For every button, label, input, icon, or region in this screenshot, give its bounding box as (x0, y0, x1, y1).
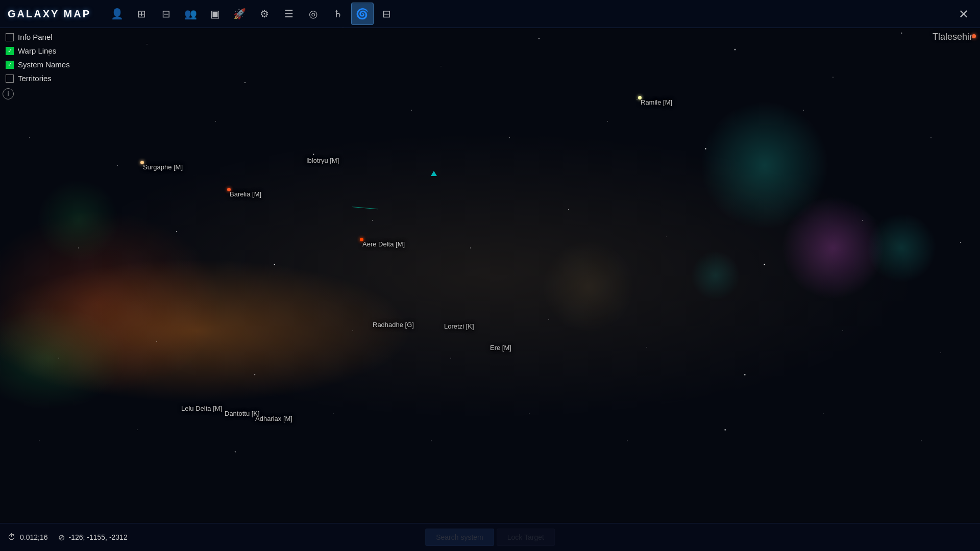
checkbox-territories[interactable] (6, 74, 14, 83)
time-icon: ⏱ (8, 533, 16, 542)
system-label-9: Dantottu [K] (225, 410, 260, 417)
nav-icon-window[interactable]: ▣ (204, 3, 227, 25)
warp-line (352, 207, 378, 209)
system-label-1: Iblotryu [M] (306, 157, 339, 164)
system-label-8: Lelu Delta [M] (181, 405, 222, 412)
speed-icon: ⊘ (58, 533, 65, 542)
system-dot-7 (638, 96, 642, 99)
system-label-4: Radhadhe [G] (373, 321, 414, 329)
nav-icon-network[interactable]: ⊟ (155, 3, 178, 25)
speed-display: ⊘ -126; -1155, -2312 (58, 533, 128, 542)
galaxy-map-canvas[interactable]: Surgaphe [M]Iblotryu [M]Barelia [M]Aere … (0, 28, 980, 523)
info-icon[interactable]: i (3, 88, 14, 99)
system-dot-3 (360, 238, 363, 241)
checkbox-warp-lines[interactable] (6, 47, 14, 55)
sidebar-label-warp-lines: Warp Lines (18, 46, 56, 55)
nav-icon-planet[interactable]: ♄ (327, 3, 349, 25)
system-label-10: Adhariax [M] (255, 415, 292, 422)
sidebar-checkbox-info-panel[interactable]: Info Panel (3, 31, 73, 43)
system-label-3: Aere Delta [M] (362, 240, 405, 248)
nav-icon-bars[interactable]: ⊟ (376, 3, 398, 25)
nav-icon-compass[interactable]: ◎ (302, 3, 325, 25)
sidebar-label-info-panel: Info Panel (18, 33, 53, 41)
coords-value: -126; -1155, -2312 (69, 533, 128, 541)
bottom-status-bar: ⏱ 0.012;16 ⊘ -126; -1155, -2312 (0, 523, 980, 551)
system-dot-0 (140, 161, 144, 164)
checkbox-system-names[interactable] (6, 61, 14, 69)
sidebar-checkbox-territories[interactable]: Territories (3, 72, 73, 85)
sidebar-checkbox-warp-lines[interactable]: Warp Lines (3, 44, 73, 57)
map-cursor-indicator (431, 171, 437, 176)
sidebar-label-system-names: System Names (18, 60, 70, 69)
system-label-2: Barelia [M] (230, 190, 261, 198)
nav-icon-group[interactable]: 👥 (180, 3, 202, 25)
system-label-7: Ramile [M] (641, 98, 672, 106)
nav-icon-bar: 👤⊞⊟👥▣🚀⚙☰◎♄🌀⊟ (106, 3, 398, 25)
app-title: GALAXY MAP (8, 8, 91, 20)
system-dot-2 (227, 188, 231, 191)
nav-icon-list[interactable]: ☰ (278, 3, 300, 25)
nav-icon-grid[interactable]: ⊞ (131, 3, 153, 25)
nav-icon-galaxy[interactable]: 🌀 (351, 3, 374, 25)
nav-icon-person[interactable]: 👤 (106, 3, 129, 25)
checkbox-info-panel[interactable] (6, 33, 14, 41)
system-label-6: Ere [M] (490, 344, 511, 352)
system-label-0: Surgaphe [M] (143, 163, 183, 171)
nav-icon-settings-alt[interactable]: ⚙ (253, 3, 276, 25)
sidebar-label-territories: Territories (18, 74, 52, 83)
nav-icon-rocket[interactable]: 🚀 (229, 3, 251, 25)
sidebar-panel: Info PanelWarp LinesSystem NamesTerritor… (3, 31, 73, 99)
time-value: 0.012;16 (20, 533, 48, 541)
time-display: ⏱ 0.012;16 (8, 533, 48, 542)
system-label-5: Loretzi [K] (444, 322, 474, 330)
close-button[interactable]: ✕ (954, 5, 972, 23)
sidebar-checkbox-system-names[interactable]: System Names (3, 58, 73, 71)
header-bar: GALAXY MAP 👤⊞⊟👥▣🚀⚙☰◎♄🌀⊟ ✕ (0, 0, 980, 28)
